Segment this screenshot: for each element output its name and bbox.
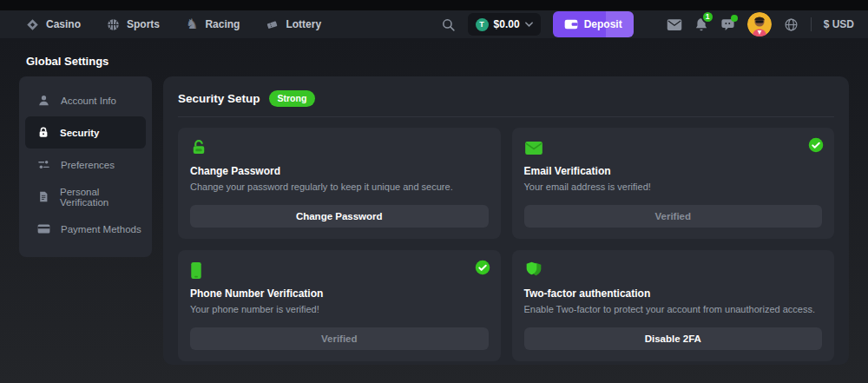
phone-verified-button[interactable]: Verified [190,327,489,350]
wallet-balance-selector[interactable]: T $0.00 [468,13,541,36]
card-title: Phone Number Verification [190,287,489,300]
card-description: Your phone number is verified! [190,304,489,314]
search-icon[interactable] [441,17,456,32]
sidebar-item-preferences[interactable]: Preferences [25,149,146,181]
sliders-icon [37,158,50,171]
panel-title: Security Setup [178,92,260,105]
nav-label: Casino [46,18,81,30]
deposit-button[interactable]: Deposit [553,11,634,37]
envelope-icon [524,138,823,157]
mail-icon[interactable] [667,18,682,31]
change-password-button[interactable]: Change Password [190,205,489,228]
chevron-down-icon [525,22,533,27]
chat-online-dot [731,15,738,22]
change-password-card: Change Password Change your password reg… [178,128,501,239]
card-title: Change Password [190,165,489,177]
security-strength-badge: Strong [269,90,316,107]
casino-diamond-icon [26,18,39,31]
sidebar-item-label: Payment Methods [61,224,141,234]
wallet-icon [564,18,578,30]
card-title: Two-factor authentication [524,287,823,300]
language-globe-icon[interactable] [784,17,799,32]
nav-sports[interactable]: Sports [107,18,160,31]
security-cards-grid: Change Password Change your password reg… [178,128,834,361]
sidebar-item-security[interactable]: Security [25,116,146,149]
primary-nav: Casino Sports ♞ Racing Lottery [26,17,321,31]
lock-icon [37,126,49,139]
email-verified-button[interactable]: Verified [524,205,823,228]
balance-amount: $0.00 [494,18,520,30]
credit-card-icon [37,223,50,234]
nav-label: Lottery [286,18,321,30]
nav-casino[interactable]: Casino [26,18,81,31]
deposit-label: Deposit [584,18,622,30]
settings-sidebar: Account Info Security Preferences Person… [19,76,152,257]
security-setup-panel: Security Setup Strong Change Password Ch… [163,76,849,365]
app-window: Casino Sports ♞ Racing Lottery [0,0,868,383]
padlock-icon [190,138,489,157]
card-title: Email Verification [524,165,823,177]
notifications-bell-icon[interactable]: 1 [694,17,708,32]
nav-racing[interactable]: ♞ Racing [186,17,240,31]
header-divider [178,116,834,117]
chat-icon[interactable] [720,17,735,32]
nav-label: Racing [205,18,240,30]
settings-page: Global Settings Account Info Security Pr… [0,38,868,383]
basketball-icon [107,18,120,31]
email-verification-card: Email Verification Your email address is… [512,128,835,239]
sidebar-item-label: Preferences [61,160,115,170]
panel-header: Security Setup Strong [178,90,834,107]
page-title: Global Settings [26,55,108,68]
topbar-divider [811,17,812,31]
nav-label: Sports [127,18,160,30]
sidebar-item-label: Account Info [61,96,116,106]
verified-check-icon [808,137,824,156]
user-icon [37,94,50,107]
shields-icon [524,261,823,280]
notification-count-badge: 1 [701,10,714,23]
sidebar-item-personal-verification[interactable]: Personal Verification [25,181,146,213]
phone-icon [190,261,489,280]
top-navbar: Casino Sports ♞ Racing Lottery [0,10,868,38]
sidebar-item-label: Security [60,128,99,138]
tether-coin-icon: T [476,18,489,31]
card-description: Your email address is verified! [524,182,823,192]
topbar-right-cluster: T $0.00 Deposit 1 [441,11,854,37]
horse-icon: ♞ [186,17,198,31]
user-avatar[interactable] [747,12,772,36]
card-description: Change your password regularly to keep i… [190,182,489,192]
currency-selector[interactable]: $ USD [824,18,854,30]
document-icon [37,190,49,203]
sidebar-item-label: Personal Verification [60,187,146,208]
phone-verification-card: Phone Number Verification Your phone num… [178,250,501,361]
two-factor-card: Two-factor authentication Enable Two-fac… [512,250,835,361]
sidebar-item-account-info[interactable]: Account Info [25,84,146,116]
disable-2fa-button[interactable]: Disable 2FA [524,327,823,350]
sidebar-item-payment-methods[interactable]: Payment Methods [25,213,146,245]
ticket-icon [266,18,279,31]
verified-check-icon [475,260,490,279]
nav-lottery[interactable]: Lottery [266,18,321,31]
card-description: Enable Two-factor to protect your accoun… [524,304,823,314]
